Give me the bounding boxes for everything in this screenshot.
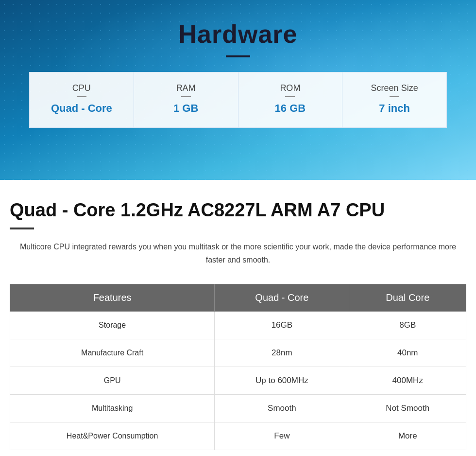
cell-dual-4: More	[349, 422, 466, 450]
table-row: Heat&Power ConsumptionFewMore	[10, 422, 466, 450]
cell-dual-0: 8GB	[349, 311, 466, 339]
col-header-features: Features	[10, 284, 215, 311]
table-row: GPUUp to 600MHz400MHz	[10, 367, 466, 394]
spec-value-ram: 1 GB	[144, 102, 228, 115]
cell-quad-0: 16GB	[215, 311, 349, 339]
spec-value-rom: 16 GB	[248, 102, 333, 115]
spec-label-rom: ROM	[248, 83, 333, 93]
spec-label-ram: RAM	[144, 83, 228, 93]
spec-dash-screen	[390, 96, 399, 97]
cell-dual-2: 400MHz	[349, 367, 466, 394]
table-row: Storage16GB8GB	[10, 311, 466, 339]
spec-dash-rom	[285, 96, 295, 97]
col-header-dual: Dual Core	[349, 284, 466, 311]
cell-feature-4: Heat&Power Consumption	[10, 422, 215, 450]
spec-value-screen: 7 inch	[352, 102, 437, 115]
spec-value-cpu: Quad - Core	[39, 102, 124, 115]
cell-feature-1: Manufacture Craft	[10, 339, 215, 367]
spec-card-ram: RAM 1 GB	[134, 72, 238, 128]
spec-dash-ram	[181, 96, 191, 97]
table-row: Manufacture Craft28nm40nm	[10, 339, 466, 367]
table-row: MultitaskingSmoothNot Smooth	[10, 394, 466, 422]
spec-cards-container: CPU Quad - Core RAM 1 GB ROM 16 GB Scree…	[29, 72, 447, 128]
cell-feature-2: GPU	[10, 367, 215, 394]
cell-quad-4: Few	[215, 422, 349, 450]
cell-quad-1: 28nm	[215, 339, 349, 367]
cpu-description: Multicore CPU integrated rewards you whe…	[15, 240, 461, 266]
cell-feature-3: Multitasking	[10, 394, 215, 422]
cell-quad-2: Up to 600MHz	[215, 367, 349, 394]
cpu-title: Quad - Core 1.2GHz AC8227L ARM A7 CPU	[10, 199, 466, 222]
spec-dash-cpu	[77, 96, 86, 97]
table-header-row: Features Quad - Core Dual Core	[10, 284, 466, 311]
cell-dual-3: Not Smooth	[349, 394, 466, 422]
spec-card-screen: Screen Size 7 inch	[342, 72, 447, 128]
content-divider	[10, 228, 34, 229]
col-header-quad: Quad - Core	[215, 284, 349, 311]
hero-section: Hardware CPU Quad - Core RAM 1 GB ROM 16…	[0, 0, 476, 180]
cell-dual-1: 40nm	[349, 339, 466, 367]
cell-quad-3: Smooth	[215, 394, 349, 422]
comparison-table: Features Quad - Core Dual Core Storage16…	[10, 284, 466, 450]
hero-title: Hardware	[179, 19, 298, 49]
content-section: Quad - Core 1.2GHz AC8227L ARM A7 CPU Mu…	[0, 180, 476, 456]
hero-divider	[226, 55, 250, 57]
spec-card-cpu: CPU Quad - Core	[29, 72, 134, 128]
spec-card-rom: ROM 16 GB	[238, 72, 343, 128]
cell-feature-0: Storage	[10, 311, 215, 339]
spec-label-cpu: CPU	[39, 83, 124, 93]
spec-label-screen: Screen Size	[352, 83, 437, 93]
